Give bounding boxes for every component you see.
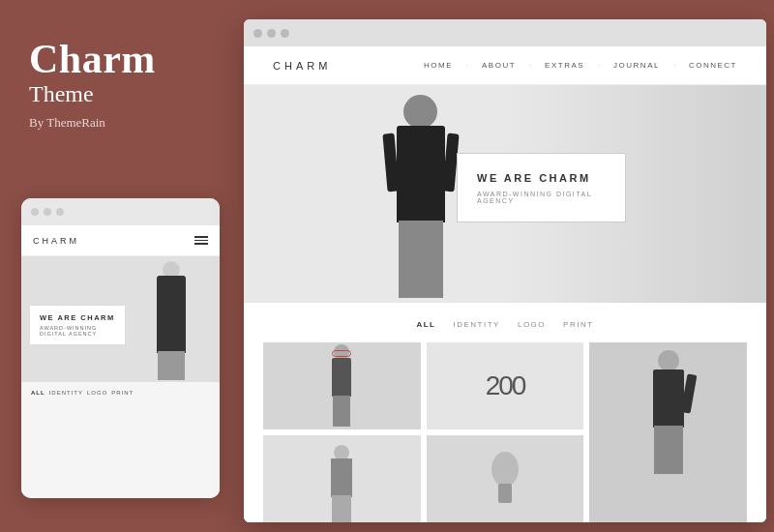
- desktop-inner: CHARM HOME · ABOUT · EXTRAS · JOURNAL · …: [244, 46, 766, 522]
- desktop-nav-journal[interactable]: JOURNAL: [613, 61, 660, 70]
- mobile-filter-print[interactable]: PRINT: [111, 390, 134, 396]
- mobile-preview-card: CHARM WE ARE CHARM AWARD-WINNI: [21, 198, 220, 498]
- desktop-filter-identity[interactable]: IDENTITY: [453, 320, 499, 329]
- desktop-filter-print[interactable]: PRINT: [563, 320, 594, 329]
- grid-tall-image: [589, 342, 747, 522]
- svg-point-0: [491, 452, 519, 487]
- desktop-titlebar: [244, 19, 766, 46]
- desktop-nav-home[interactable]: HOME: [424, 61, 453, 70]
- grid-item-5[interactable]: [427, 435, 584, 522]
- mobile-hero-text-box: WE ARE CHARM AWARD-WINNING DIGITAL AGENC…: [29, 305, 126, 345]
- grid-image-5: [427, 435, 584, 522]
- mobile-person-figure: [142, 256, 200, 382]
- grid-item-4[interactable]: [263, 435, 421, 522]
- mobile-filter-identity[interactable]: IDENTITY: [49, 390, 83, 396]
- grid-item-1[interactable]: [263, 342, 421, 429]
- abstract-icon: [481, 450, 529, 508]
- mobile-dot-2: [44, 208, 51, 216]
- desktop-hero: WE ARE CHARM AWARD-WINNING DIGITAL AGENC…: [244, 85, 766, 303]
- mobile-hero-heading: WE ARE CHARM: [40, 313, 115, 322]
- mobile-filter-bar: ALL IDENTITY LOGO PRINT: [21, 382, 220, 403]
- mobile-dot-1: [31, 208, 39, 216]
- desktop-filter-bar: ALL IDENTITY LOGO PRINT: [263, 320, 747, 329]
- grid-image-1: [263, 342, 421, 429]
- mobile-filter-logo[interactable]: LOGO: [87, 390, 107, 396]
- desktop-hero-text-box: WE ARE CHARM AWARD-WINNING DIGITAL AGENC…: [457, 153, 626, 222]
- desktop-nav-connect[interactable]: CONNECT: [689, 61, 737, 70]
- desktop-nav-about[interactable]: ABOUT: [482, 61, 516, 70]
- desktop-nav-links: HOME · ABOUT · EXTRAS · JOURNAL · CONNEC…: [424, 61, 737, 70]
- sidebar: Charm Theme By ThemeRain CHARM: [0, 0, 237, 532]
- desktop-portfolio-grid: 200: [263, 342, 747, 522]
- grid-image-4: [263, 435, 421, 522]
- mobile-nav-logo: CHARM: [33, 236, 79, 246]
- desktop-dot-2: [267, 29, 276, 38]
- mobile-filter-all[interactable]: ALL: [31, 390, 45, 396]
- desktop-filter-all[interactable]: ALL: [416, 320, 435, 329]
- desktop-dot-3: [281, 29, 289, 38]
- desktop-portfolio: ALL IDENTITY LOGO PRINT: [244, 303, 766, 522]
- app-title: Charm: [29, 39, 208, 79]
- mobile-hero: WE ARE CHARM AWARD-WINNING DIGITAL AGENC…: [21, 256, 220, 382]
- desktop-dot-1: [253, 29, 262, 38]
- mobile-hero-subtext: AWARD-WINNING DIGITAL AGENCY: [40, 325, 115, 337]
- desktop-nav: CHARM HOME · ABOUT · EXTRAS · JOURNAL · …: [244, 46, 766, 85]
- svg-rect-1: [498, 484, 512, 503]
- mobile-dot-3: [56, 208, 64, 216]
- desktop-nav-extras[interactable]: EXTRAS: [545, 61, 584, 70]
- desktop-nav-logo: CHARM: [273, 60, 331, 72]
- desktop-hero-subtext: AWARD-WINNING DIGITAL AGENCY: [477, 191, 606, 204]
- grid-image-2: 200: [427, 342, 584, 429]
- desktop-preview-card: CHARM HOME · ABOUT · EXTRAS · JOURNAL · …: [244, 19, 766, 522]
- mobile-content: CHARM WE ARE CHARM AWARD-WINNI: [21, 225, 220, 498]
- mobile-nav: CHARM: [21, 225, 220, 256]
- grid-item-2[interactable]: 200: [427, 342, 584, 429]
- desktop-filter-logo[interactable]: LOGO: [518, 320, 546, 329]
- app-author: By ThemeRain: [29, 115, 208, 131]
- mobile-hamburger-icon: [194, 236, 208, 245]
- mobile-titlebar: [21, 198, 220, 225]
- desktop-hero-heading: WE ARE CHARM: [477, 171, 606, 186]
- app-subtitle: Theme: [29, 81, 208, 107]
- grid-item-3-tall[interactable]: [589, 342, 747, 522]
